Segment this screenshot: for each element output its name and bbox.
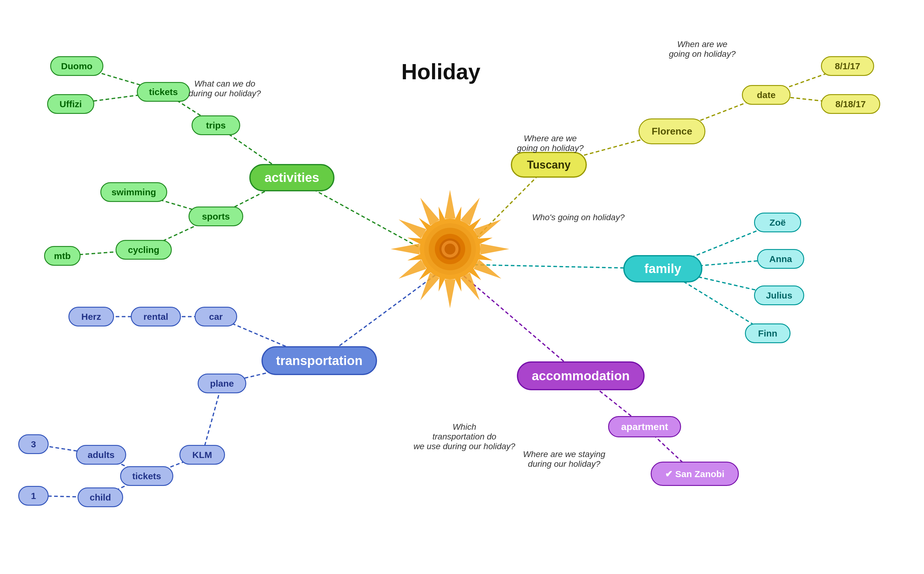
node-cycling[interactable]: cycling xyxy=(115,240,172,260)
node-sports[interactable]: sports xyxy=(188,207,243,226)
svg-marker-34 xyxy=(460,195,484,226)
node-date2[interactable]: 8/18/17 xyxy=(821,94,880,114)
node-san-zanobi[interactable]: ✔ San Zanobi xyxy=(651,462,739,486)
holiday-title: Holiday xyxy=(401,59,480,84)
node-activities[interactable]: activities xyxy=(249,164,334,191)
svg-marker-36 xyxy=(480,244,509,254)
node-accommodation[interactable]: accommodation xyxy=(517,361,645,390)
node-child[interactable]: child xyxy=(78,487,123,507)
svg-marker-37 xyxy=(474,259,504,283)
node-uffizi[interactable]: Uffizi xyxy=(47,94,94,114)
node-tickets-blue[interactable]: tickets xyxy=(120,466,173,486)
node-plane[interactable]: plane xyxy=(198,374,246,393)
node-car[interactable]: car xyxy=(195,307,237,326)
svg-marker-40 xyxy=(416,273,440,303)
label-activities: What can we doduring our holiday? xyxy=(188,79,261,98)
label-transport: Whichtransportation dowe use during our … xyxy=(413,422,515,451)
node-1[interactable]: 1 xyxy=(18,486,49,506)
node-duomo[interactable]: Duomo xyxy=(50,56,103,76)
node-3[interactable]: 3 xyxy=(18,434,49,454)
node-finn[interactable]: Finn xyxy=(745,323,791,343)
node-date1[interactable]: 8/1/17 xyxy=(821,56,874,76)
label-where: Where are wegoing on holiday? xyxy=(517,134,584,153)
node-anna[interactable]: Anna xyxy=(757,249,804,269)
node-transportation[interactable]: transportation xyxy=(261,346,377,375)
node-tuscany[interactable]: Tuscany xyxy=(511,152,587,178)
node-family[interactable]: family xyxy=(623,255,702,282)
node-florence[interactable]: Florence xyxy=(639,118,706,144)
node-zoe[interactable]: Zoë xyxy=(754,213,801,232)
node-klm[interactable]: KLM xyxy=(179,445,225,465)
node-mtb[interactable]: mtb xyxy=(44,246,81,266)
label-when: When are wegoing on holiday? xyxy=(669,39,736,59)
svg-marker-42 xyxy=(391,244,419,254)
svg-point-63 xyxy=(445,244,456,254)
label-family: Who's going on holiday? xyxy=(532,213,625,222)
node-swimming[interactable]: swimming xyxy=(100,182,167,202)
node-trips[interactable]: trips xyxy=(191,115,240,135)
node-julius[interactable]: Julius xyxy=(754,285,804,305)
svg-marker-39 xyxy=(445,279,456,308)
node-date[interactable]: date xyxy=(742,85,791,105)
svg-marker-41 xyxy=(396,259,426,283)
label-staying: Where are we stayingduring our holiday? xyxy=(523,449,605,469)
svg-marker-38 xyxy=(460,273,484,303)
svg-line-24 xyxy=(202,383,222,455)
svg-marker-33 xyxy=(445,190,456,219)
node-adults[interactable]: adults xyxy=(76,445,126,465)
svg-marker-43 xyxy=(396,215,426,239)
node-rental[interactable]: rental xyxy=(131,307,181,326)
node-apartment[interactable]: apartment xyxy=(608,416,681,437)
svg-marker-35 xyxy=(474,215,504,239)
node-herz[interactable]: Herz xyxy=(68,307,114,326)
node-tickets-green[interactable]: tickets xyxy=(137,82,190,102)
sun xyxy=(389,188,511,310)
svg-marker-44 xyxy=(416,195,440,226)
